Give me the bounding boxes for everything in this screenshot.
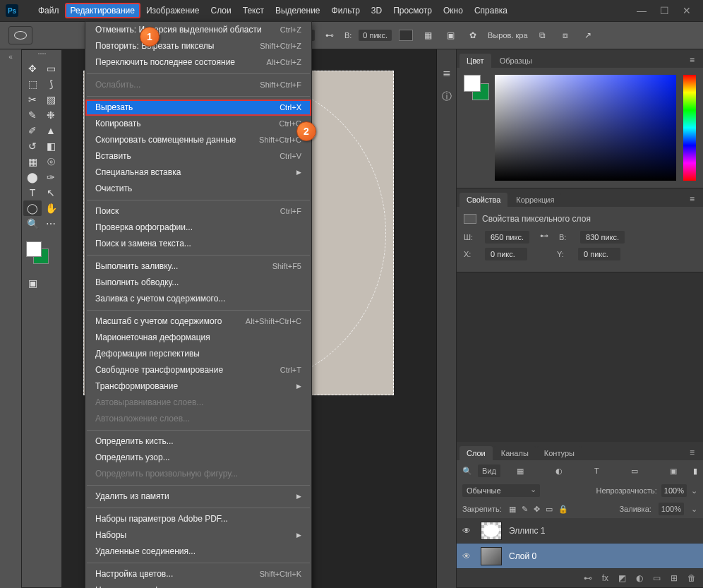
- menu-справка[interactable]: Справка: [469, 3, 513, 18]
- panel-collapse-icon[interactable]: «: [3, 51, 18, 62]
- layer-filter-select[interactable]: Вид: [478, 464, 500, 477]
- color-fg-bg-swatch[interactable]: [464, 75, 488, 99]
- lock-all-icon[interactable]: 🔒: [558, 505, 568, 514]
- menu-item[interactable]: КопироватьCtrl+C: [85, 116, 311, 132]
- menu-item[interactable]: Выполнить обводку...: [85, 275, 311, 291]
- tab-channels[interactable]: Каналы: [494, 446, 536, 460]
- menu-item[interactable]: Деформация перспективы: [85, 346, 311, 362]
- adjustment-layer-icon[interactable]: ◐: [636, 573, 643, 583]
- menu-слои[interactable]: Слои: [205, 3, 237, 18]
- tab-properties[interactable]: Свойства: [459, 193, 507, 207]
- healing-tool[interactable]: ❉: [42, 107, 60, 123]
- menu-item[interactable]: Поиск и замена текста...: [85, 236, 311, 252]
- quickmask-tool[interactable]: ▣: [23, 275, 42, 291]
- type-tool[interactable]: T: [23, 185, 42, 200]
- lock-artboard-icon[interactable]: ▭: [546, 505, 553, 514]
- stroke-path-icon[interactable]: ▦: [420, 28, 435, 43]
- blend-mode-select[interactable]: Обычные: [462, 484, 540, 497]
- menu-item[interactable]: Специальная вставка▶: [85, 164, 311, 181]
- info-panel-icon[interactable]: ⓘ: [440, 90, 453, 103]
- frame-tool[interactable]: ▨: [42, 92, 60, 107]
- gear-icon[interactable]: ✿: [465, 28, 481, 43]
- color-swatches[interactable]: [26, 241, 49, 264]
- prop-width[interactable]: 650 пикс.: [485, 231, 529, 244]
- menu-item[interactable]: Наборы▶: [85, 527, 311, 544]
- panel-menu-icon[interactable]: ≡: [684, 445, 700, 460]
- menu-item[interactable]: Трансформирование▶: [85, 378, 311, 395]
- tab-swatches[interactable]: Образцы: [493, 54, 539, 68]
- artboard-tool[interactable]: ▭: [42, 61, 60, 76]
- lasso-tool[interactable]: ⟆: [42, 76, 60, 92]
- layer-mask-icon[interactable]: ◩: [618, 573, 626, 583]
- menu-item[interactable]: ВырезатьCtrl+X: [85, 100, 311, 116]
- lock-position-icon[interactable]: ✥: [534, 505, 540, 514]
- tab-layers[interactable]: Слои: [459, 446, 493, 460]
- new-layer-icon[interactable]: ⊞: [671, 573, 678, 583]
- filter-toggle[interactable]: ▮: [693, 467, 697, 476]
- active-tool-preset[interactable]: [8, 26, 32, 44]
- panel-menu-icon[interactable]: ≡: [684, 191, 700, 207]
- menu-изображение[interactable]: Изображение: [140, 3, 205, 18]
- opacity-value[interactable]: 100%: [661, 484, 687, 497]
- filter-adjust-icon[interactable]: ◐: [555, 467, 563, 476]
- edit-toolbar[interactable]: ⋯: [42, 216, 60, 232]
- fill-swatch-icon[interactable]: [399, 30, 413, 41]
- layer-item[interactable]: 👁Эллипс 1: [457, 518, 703, 544]
- marquee-tool[interactable]: ⬚: [23, 76, 42, 92]
- history-brush-tool[interactable]: ↺: [23, 138, 42, 154]
- ellipse-tool[interactable]: ◯: [23, 200, 42, 216]
- history-panel-icon[interactable]: ≣: [440, 66, 453, 79]
- menu-item[interactable]: Наборы параметров Adobe PDF...: [85, 511, 311, 527]
- tab-color[interactable]: Цвет: [459, 54, 491, 68]
- gradient-tool[interactable]: ▦: [23, 154, 42, 169]
- tab-adjustments[interactable]: Коррекция: [509, 193, 561, 207]
- menu-item[interactable]: Настройка цветов...Shift+Ctrl+K: [85, 566, 311, 582]
- menu-текст[interactable]: Текст: [237, 3, 270, 18]
- hand-tool[interactable]: ✋: [42, 200, 60, 216]
- pen-tool[interactable]: ✑: [42, 169, 60, 185]
- color-field[interactable]: [495, 75, 676, 181]
- menu-item[interactable]: ВставитьCtrl+V: [85, 148, 311, 164]
- visibility-icon[interactable]: 👁: [462, 551, 474, 561]
- link-layers-icon[interactable]: ⊷: [584, 573, 592, 583]
- menu-item[interactable]: Назначить профиль...: [85, 582, 311, 588]
- filter-pixel-icon[interactable]: ▦: [517, 467, 524, 476]
- prop-x[interactable]: 0 пикс.: [485, 248, 527, 260]
- link-wh-icon[interactable]: ⊷: [538, 231, 551, 244]
- path-select-tool[interactable]: ↖: [42, 185, 60, 200]
- filter-type-icon[interactable]: T: [594, 467, 599, 476]
- minimize-button[interactable]: —: [637, 6, 647, 16]
- menu-файл[interactable]: Файл: [32, 3, 65, 18]
- crop-tool[interactable]: ✂: [23, 92, 42, 107]
- share-icon[interactable]: ↗: [580, 28, 596, 43]
- menu-item[interactable]: Повторить: Вырезать пикселыShift+Ctrl+Z: [85, 38, 311, 54]
- menu-редактирование[interactable]: Редактирование: [65, 3, 140, 18]
- panel-menu-icon[interactable]: ≡: [684, 52, 700, 68]
- brush-tool[interactable]: ✐: [23, 123, 42, 138]
- menu-фильтр[interactable]: Фильтр: [326, 3, 366, 18]
- menu-item[interactable]: Очистить: [85, 181, 311, 197]
- arrange-icon[interactable]: ⧉: [535, 28, 551, 43]
- menu-item[interactable]: Удаленные соединения...: [85, 544, 311, 560]
- hue-slider[interactable]: [683, 75, 696, 181]
- eraser-tool[interactable]: ◧: [42, 138, 60, 154]
- height-field[interactable]: 0 пикс.: [359, 30, 392, 41]
- move-tool[interactable]: ✥: [23, 61, 42, 76]
- fill-value[interactable]: 100%: [659, 503, 684, 515]
- menu-окно[interactable]: Окно: [438, 3, 469, 18]
- menu-3d[interactable]: 3D: [366, 3, 387, 18]
- filter-shape-icon[interactable]: ▭: [631, 467, 638, 476]
- eyedropper-tool[interactable]: ✎: [23, 107, 42, 123]
- menu-item[interactable]: Удалить из памяти▶: [85, 488, 311, 505]
- delete-layer-icon[interactable]: 🗑: [687, 573, 696, 583]
- zoom-tool[interactable]: 🔍: [23, 216, 42, 232]
- dodge-tool[interactable]: ⬤: [23, 169, 42, 185]
- close-button[interactable]: ✕: [682, 6, 692, 16]
- menu-выделение[interactable]: Выделение: [270, 3, 326, 18]
- layer-fx-icon[interactable]: fx: [602, 573, 608, 583]
- menu-item[interactable]: Проверка орфографии...: [85, 220, 311, 236]
- filter-smart-icon[interactable]: ▣: [670, 467, 677, 476]
- menu-item[interactable]: Заливка с учетом содержимого...: [85, 291, 311, 307]
- menu-item[interactable]: Отменить: Инверсия выделенной областиCtr…: [85, 22, 311, 38]
- menu-просмотр[interactable]: Просмотр: [387, 3, 438, 18]
